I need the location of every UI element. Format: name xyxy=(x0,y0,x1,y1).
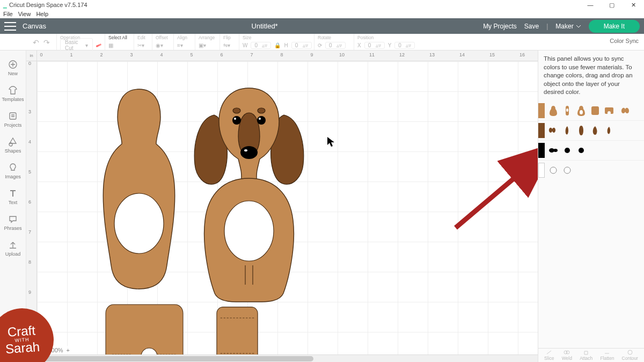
layer-thumb[interactable] xyxy=(562,164,573,176)
color-sync-description: This panel allows you to sync colors to … xyxy=(538,50,644,101)
layer-thumb[interactable] xyxy=(562,105,573,117)
speech-bubble-icon xyxy=(8,214,18,224)
color-swatch[interactable] xyxy=(538,163,545,178)
rotate-icon: ⟳ xyxy=(318,42,322,48)
hamburger-menu-icon[interactable] xyxy=(4,22,16,31)
size-label: Size xyxy=(243,34,311,40)
window-close-button[interactable]: ✕ xyxy=(623,0,644,10)
layer-thumb[interactable] xyxy=(548,125,559,136)
color-row-brown[interactable] xyxy=(538,121,644,141)
layer-thumb[interactable] xyxy=(548,164,559,176)
rotate-label: Rotate xyxy=(318,34,350,40)
ruler-unit[interactable]: in xyxy=(26,50,37,61)
machine-label: Maker xyxy=(555,23,573,30)
text-icon xyxy=(8,189,18,198)
sidebar-item-upload[interactable]: Upload xyxy=(0,235,26,261)
upload-icon xyxy=(8,240,18,250)
menu-view[interactable]: View xyxy=(18,11,31,17)
sidebar-item-new[interactable]: New xyxy=(0,55,26,81)
sidebar-item-images[interactable]: Images xyxy=(0,158,26,184)
layer-thumb[interactable] xyxy=(590,105,601,117)
align-label: Align xyxy=(177,34,192,40)
sidebar-item-templates[interactable]: Templates xyxy=(0,81,26,106)
page-title: Canvas xyxy=(23,22,46,30)
redo-button[interactable]: ↷ xyxy=(43,38,50,47)
weld-button[interactable]: Weld xyxy=(562,350,572,361)
layer-thumb[interactable] xyxy=(562,144,573,156)
layer-thumb[interactable] xyxy=(590,125,601,136)
color-row-white[interactable] xyxy=(538,161,644,180)
layer-thumb[interactable] xyxy=(576,144,587,156)
lightbulb-icon xyxy=(8,163,18,172)
linetype-color-swatch[interactable] xyxy=(96,44,101,47)
app-title: Cricut Design Space v7.5.174 xyxy=(9,2,87,8)
svg-rect-1 xyxy=(10,113,16,119)
layer-thumb[interactable] xyxy=(548,105,559,117)
color-row-tan[interactable] xyxy=(538,101,644,121)
layer-thumb[interactable] xyxy=(604,125,614,136)
sidebar-item-projects[interactable]: Projects xyxy=(0,106,26,132)
offset-button[interactable]: ◉▾ xyxy=(156,42,163,48)
arrange-dropdown[interactable]: ▣▾ xyxy=(199,42,206,48)
height-input[interactable]: 0▵▿ xyxy=(291,42,312,49)
sidebar-item-shapes[interactable]: Shapes xyxy=(0,132,26,158)
shapes-icon xyxy=(8,137,18,147)
layer-thumb[interactable] xyxy=(604,105,614,117)
rotate-input[interactable]: 0▵▿ xyxy=(325,42,346,49)
sidebar-item-phrases[interactable]: Phrases xyxy=(0,209,26,235)
layer-thumb[interactable] xyxy=(576,125,587,136)
color-row-black[interactable] xyxy=(538,141,644,161)
flip-dropdown[interactable]: ⇋▾ xyxy=(223,42,230,48)
color-swatch[interactable] xyxy=(538,103,545,118)
mouse-cursor-icon xyxy=(327,136,335,150)
svg-point-24 xyxy=(564,167,570,173)
separator: | xyxy=(546,23,548,30)
svg-point-10 xyxy=(233,108,240,113)
color-swatch[interactable] xyxy=(538,143,545,158)
my-projects-link[interactable]: My Projects xyxy=(483,23,517,30)
window-titlebar: ⎯ Cricut Design Space v7.5.174 — ▢ ✕ xyxy=(0,0,644,10)
sidebar-item-text[interactable]: Text xyxy=(0,184,26,209)
flip-label: Flip xyxy=(223,34,236,40)
contour-button[interactable]: Contour xyxy=(622,350,638,361)
zoom-in-button[interactable]: + xyxy=(67,347,70,353)
svg-point-9 xyxy=(259,118,261,120)
layer-thumb[interactable] xyxy=(621,105,632,117)
flatten-button[interactable]: Flatten xyxy=(600,350,614,361)
design-back-body[interactable] xyxy=(91,88,187,292)
color-swatch[interactable] xyxy=(538,123,545,138)
lock-aspect-icon[interactable]: 🔒 xyxy=(274,42,281,48)
color-sync-tab[interactable]: Color Sync xyxy=(610,38,639,44)
canvas-area[interactable]: in 0 1 2 3 4 5 6 7 8 9 10 11 12 13 14 15… xyxy=(26,50,538,362)
layer-thumb[interactable] xyxy=(548,144,559,156)
machine-selector[interactable]: Maker xyxy=(555,23,581,30)
canvas-scrollbar-horizontal[interactable] xyxy=(37,354,538,362)
x-input[interactable]: 0▵▿ xyxy=(364,42,385,49)
select-all-icon[interactable]: ▦ xyxy=(108,42,113,48)
make-it-button[interactable]: Make It xyxy=(589,20,640,33)
align-dropdown[interactable]: ≡▾ xyxy=(177,42,183,48)
design-base-piece[interactable] xyxy=(91,303,198,362)
edit-dropdown[interactable]: ✂▾ xyxy=(137,42,144,48)
design-dog-front[interactable] xyxy=(187,83,311,303)
layer-thumb[interactable] xyxy=(576,105,587,117)
document-title[interactable]: Untitled* xyxy=(46,22,483,30)
slice-button[interactable]: Slice xyxy=(544,350,554,361)
svg-point-11 xyxy=(258,108,265,113)
window-maximize-button[interactable]: ▢ xyxy=(601,0,623,10)
layers-actions-footer: Slice Weld Attach Flatten Contour xyxy=(538,348,644,362)
window-minimize-button[interactable]: — xyxy=(580,0,601,10)
save-button[interactable]: Save xyxy=(524,23,539,30)
y-input[interactable]: 0▵▿ xyxy=(394,42,415,49)
plus-circle-icon xyxy=(8,60,18,69)
menu-help[interactable]: Help xyxy=(36,11,48,17)
menu-file[interactable]: File xyxy=(3,11,13,17)
svg-point-22 xyxy=(579,148,584,153)
design-tab-piece[interactable] xyxy=(212,306,262,362)
width-input[interactable]: 0▵▿ xyxy=(251,42,271,49)
svg-point-6 xyxy=(232,116,241,125)
undo-button[interactable]: ↶ xyxy=(33,38,39,47)
color-sync-panel: This panel allows you to sync colors to … xyxy=(538,50,644,362)
attach-button[interactable]: Attach xyxy=(580,350,592,361)
layer-thumb[interactable] xyxy=(562,125,573,136)
